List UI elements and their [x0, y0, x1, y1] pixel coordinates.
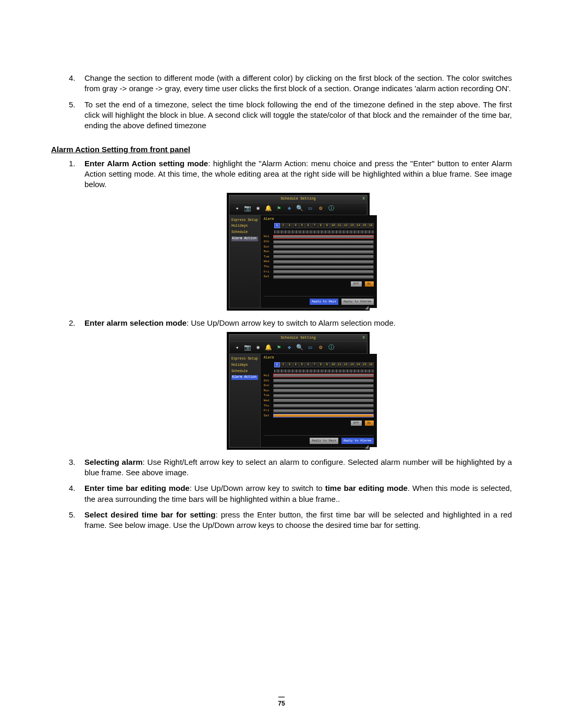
apply-to-days-button[interactable]: Apply to Days [310, 438, 338, 444]
alarm-number[interactable]: 9 [324, 362, 330, 367]
alarm-number-selected[interactable]: 1 [274, 362, 280, 367]
info-icon[interactable]: ⓘ [327, 344, 335, 351]
alarm-number[interactable]: 6 [305, 362, 311, 367]
alarm-number[interactable]: 6 [305, 223, 311, 228]
alarm-number[interactable]: 10 [331, 362, 336, 367]
time-bar[interactable] [273, 260, 374, 264]
gears-icon[interactable]: ⚙ [317, 205, 324, 213]
alarm-number[interactable]: 7 [312, 223, 317, 228]
time-bar[interactable] [273, 265, 374, 269]
tool-icon[interactable]: ✦ [234, 344, 241, 351]
time-bar[interactable] [273, 409, 374, 413]
alarm-number[interactable]: 5 [299, 223, 305, 228]
reel-icon[interactable]: ✱ [254, 344, 262, 351]
sidebar-item-selected[interactable]: Alarm Action [231, 375, 258, 380]
alarm-number[interactable]: 8 [318, 362, 324, 367]
day-label: Mon [264, 250, 273, 254]
network-icon[interactable]: ❖ [286, 205, 293, 213]
flag-icon[interactable]: ⚑ [275, 344, 283, 351]
alarm-number[interactable]: 9 [324, 223, 330, 228]
sidebar-item[interactable]: Express Setup [231, 218, 258, 223]
alarm-number[interactable]: 7 [312, 362, 317, 367]
alarm-number[interactable]: 2 [280, 362, 286, 367]
sidebar-item[interactable]: Schedule [231, 230, 258, 235]
display-icon[interactable]: ▭ [307, 205, 314, 213]
alarm-number[interactable]: 13 [349, 223, 355, 228]
network-icon[interactable]: ❖ [286, 344, 293, 351]
time-bar[interactable] [273, 255, 374, 258]
time-bar[interactable] [273, 414, 374, 417]
time-bar[interactable] [273, 245, 374, 249]
time-bar[interactable] [273, 275, 374, 279]
day-label: Hol [264, 235, 273, 239]
day-label: Tue [264, 255, 273, 259]
resize-handle-icon[interactable] [365, 445, 369, 449]
camera-icon[interactable]: 📷 [244, 205, 251, 213]
time-bar[interactable] [273, 270, 374, 274]
time-bar[interactable] [273, 379, 374, 382]
time-bar[interactable] [273, 240, 374, 244]
search-icon[interactable]: 🔍 [296, 205, 303, 213]
alarm-number[interactable]: 12 [343, 223, 349, 228]
time-bar[interactable] [273, 389, 374, 392]
alarm-number[interactable]: 4 [293, 362, 299, 367]
time-bar[interactable] [273, 250, 374, 254]
alarm-number[interactable]: 12 [343, 362, 349, 367]
alarm-number[interactable]: 14 [356, 223, 361, 228]
alarm-number[interactable]: 8 [318, 223, 324, 228]
bell-icon[interactable]: 🔔 [265, 344, 272, 351]
alarm-number[interactable]: 15 [362, 223, 368, 228]
close-icon[interactable]: X [362, 196, 365, 202]
apply-to-days-button[interactable]: Apply to Days [310, 299, 338, 305]
apply-to-alarms-button[interactable]: Apply to Alarms [341, 438, 374, 444]
resize-handle-icon[interactable] [365, 306, 369, 310]
sidebar: Express Setup Holidays Schedule Alarm Ac… [229, 215, 261, 309]
alarm-number[interactable]: 13 [349, 362, 355, 367]
alarm-number[interactable]: 14 [356, 362, 361, 367]
flag-icon[interactable]: ⚑ [275, 205, 283, 213]
search-icon[interactable]: 🔍 [296, 344, 303, 351]
reel-icon[interactable]: ✱ [254, 205, 262, 213]
dvr-body: Express Setup Holidays Schedule Alarm Ac… [229, 354, 367, 447]
time-bar[interactable] [273, 394, 374, 398]
alarm-number[interactable]: 3 [287, 223, 292, 228]
day-label: Thu [264, 265, 273, 269]
day-label: Wed [264, 399, 273, 403]
time-bar[interactable] [273, 399, 374, 402]
time-bar[interactable] [273, 384, 374, 388]
time-bar[interactable] [273, 404, 374, 408]
camera-icon[interactable]: 📷 [244, 344, 251, 351]
day-label: Oth [264, 240, 273, 244]
sidebar-item[interactable]: Holidays [231, 224, 258, 229]
sidebar-item[interactable]: Express Setup [231, 357, 258, 362]
alarm-number[interactable]: 16 [368, 223, 374, 228]
gears-icon[interactable]: ⚙ [317, 344, 324, 351]
alarm-number[interactable]: 11 [337, 223, 342, 228]
screenshot-2-wrap: Schedule Setting X ✦ 📷 ✱ 🔔 ⚑ ❖ 🔍 ▭ [84, 332, 512, 450]
alarm-number-selected[interactable]: 1 [274, 223, 280, 228]
alarm-number[interactable]: 2 [280, 223, 286, 228]
alarm-number[interactable]: 10 [331, 223, 336, 228]
tool-icon[interactable]: ✦ [234, 205, 241, 213]
alarm-number[interactable]: 11 [337, 362, 342, 367]
sidebar-item-selected[interactable]: Alarm Action [231, 237, 258, 241]
steps-list: 1. Enter Alarm Action setting mode: high… [51, 158, 512, 531]
time-bar[interactable] [273, 235, 374, 239]
alarm-number[interactable]: 15 [362, 362, 368, 367]
alarm-number[interactable]: 5 [299, 362, 305, 367]
alarm-number[interactable]: 16 [368, 362, 374, 367]
info-icon[interactable]: ⓘ [327, 205, 335, 213]
bell-icon[interactable]: 🔔 [265, 205, 272, 213]
legend-on: On [365, 421, 374, 426]
apply-to-alarms-button[interactable]: Apply to Alarms [341, 299, 374, 305]
time-bar[interactable] [273, 374, 374, 377]
alarm-number[interactable]: 4 [293, 223, 299, 228]
display-icon[interactable]: ▭ [307, 344, 314, 351]
sidebar-item[interactable]: Schedule [231, 369, 258, 374]
time-ruler [274, 230, 374, 233]
sidebar-item[interactable]: Holidays [231, 363, 258, 368]
close-icon[interactable]: X [362, 335, 365, 341]
alarm-number[interactable]: 3 [287, 362, 292, 367]
day-label: Fri [264, 270, 273, 274]
step-bold2: time bar editing mode [325, 484, 408, 492]
